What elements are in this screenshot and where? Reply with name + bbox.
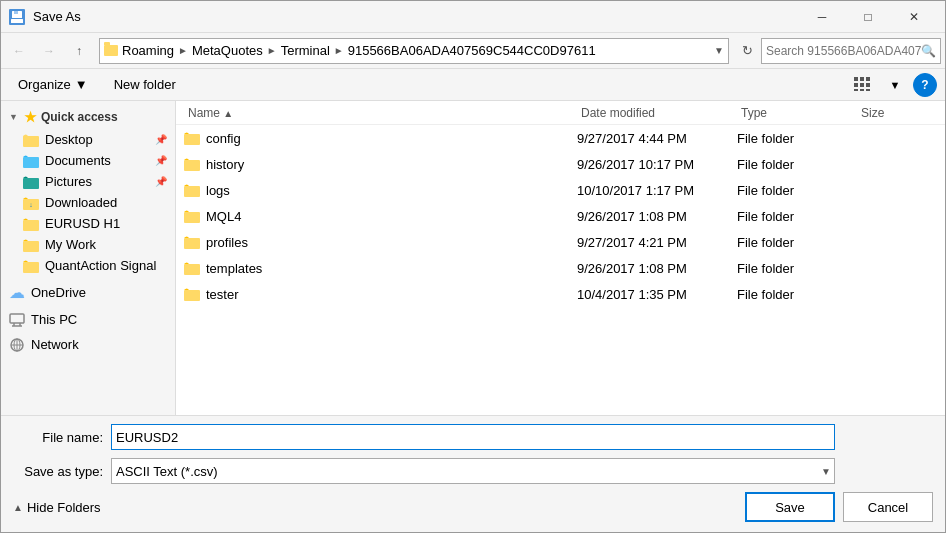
file-type: File folder: [737, 131, 857, 146]
svg-rect-21: [23, 262, 39, 273]
quick-access-header[interactable]: ▼ ★ Quick access: [1, 105, 175, 129]
pictures-label: Pictures: [45, 174, 92, 189]
file-folder-icon: [184, 131, 200, 145]
table-row[interactable]: logs 10/10/2017 1:17 PM File folder: [176, 177, 945, 203]
svg-text:↓: ↓: [29, 201, 33, 208]
mywork-folder-icon: [23, 238, 39, 252]
address-segment-metaquotes: MetaQuotes: [192, 43, 263, 58]
sidebar-item-pictures[interactable]: Pictures 📌: [1, 171, 175, 192]
navigation-toolbar: ← → ↑ Roaming ► MetaQuotes ► Terminal ► …: [1, 33, 945, 69]
file-folder-icon: [184, 261, 200, 275]
table-row[interactable]: tester 10/4/2017 1:35 PM File folder: [176, 281, 945, 307]
col-header-size[interactable]: Size: [857, 104, 937, 122]
minimize-button[interactable]: ─: [799, 1, 845, 33]
sidebar-item-eurusd[interactable]: EURUSD H1: [1, 213, 175, 234]
organize-arrow: ▼: [75, 77, 88, 92]
sidebar-item-onedrive[interactable]: ☁ OneDrive: [1, 280, 175, 305]
save-icon: [9, 9, 25, 25]
filename-input[interactable]: [111, 424, 835, 450]
sidebar-item-documents[interactable]: Documents 📌: [1, 150, 175, 171]
table-row[interactable]: history 9/26/2017 10:17 PM File folder: [176, 151, 945, 177]
bottom-bar: File name: Save as type: ASCII Text (*.c…: [1, 415, 945, 532]
svg-rect-8: [860, 83, 864, 87]
dialog-title: Save As: [33, 9, 81, 24]
sidebar-item-network[interactable]: Network: [1, 334, 175, 355]
organize-label: Organize: [18, 77, 71, 92]
file-date: 9/27/2017 4:44 PM: [577, 131, 737, 146]
sidebar-item-downloaded[interactable]: ↓ Downloaded: [1, 192, 175, 213]
address-segment-guid: 915566BA06ADA407569C544CC0D97611: [348, 43, 596, 58]
view-button[interactable]: [849, 73, 877, 97]
organize-button[interactable]: Organize ▼: [9, 74, 97, 95]
desktop-folder-icon: [23, 133, 39, 147]
column-headers: Name ▲ Date modified Type Size: [176, 101, 945, 125]
svg-rect-16: [23, 178, 39, 189]
network-section: Network: [1, 334, 175, 355]
sidebar-item-mywork[interactable]: My Work: [1, 234, 175, 255]
file-name: templates: [206, 261, 262, 276]
file-type: File folder: [737, 261, 857, 276]
address-segment-roaming: Roaming: [122, 43, 174, 58]
cancel-button[interactable]: Cancel: [843, 492, 933, 522]
col-header-date[interactable]: Date modified: [577, 104, 737, 122]
file-name: config: [206, 131, 241, 146]
svg-rect-20: [23, 241, 39, 252]
svg-rect-7: [854, 83, 858, 87]
svg-rect-35: [184, 264, 200, 275]
close-button[interactable]: ✕: [891, 1, 937, 33]
svg-rect-34: [184, 238, 200, 249]
filetype-label: Save as type:: [13, 464, 103, 479]
table-row[interactable]: MQL4 9/26/2017 1:08 PM File folder: [176, 203, 945, 229]
content-area: Name ▲ Date modified Type Size: [176, 101, 945, 415]
address-bar[interactable]: Roaming ► MetaQuotes ► Terminal ► 915566…: [99, 38, 729, 64]
mywork-label: My Work: [45, 237, 96, 252]
refresh-button[interactable]: ↻: [735, 38, 759, 64]
view-dropdown-button[interactable]: ▼: [881, 73, 909, 97]
back-button[interactable]: ←: [5, 37, 33, 65]
up-button[interactable]: ↑: [65, 37, 93, 65]
save-as-dialog: Save As ─ □ ✕ ← → ↑ Roaming ► MetaQuotes…: [0, 0, 946, 533]
file-date: 9/26/2017 10:17 PM: [577, 157, 737, 172]
quantaction-label: QuantAction Signal: [45, 258, 156, 273]
address-dropdown-arrow[interactable]: ▼: [714, 45, 724, 56]
svg-rect-2: [14, 11, 18, 14]
file-date: 9/27/2017 4:21 PM: [577, 235, 737, 250]
downloaded-label: Downloaded: [45, 195, 117, 210]
new-folder-button[interactable]: New folder: [105, 74, 185, 95]
hide-folders-button[interactable]: ▲ Hide Folders: [13, 500, 101, 515]
col-header-type[interactable]: Type: [737, 104, 857, 122]
eurusd-label: EURUSD H1: [45, 216, 120, 231]
filetype-row: Save as type: ASCII Text (*.csv) ▼: [13, 458, 933, 484]
sidebar: ▼ ★ Quick access Desktop 📌: [1, 101, 176, 415]
file-folder-icon: [184, 157, 200, 171]
file-date: 10/4/2017 1:35 PM: [577, 287, 737, 302]
svg-rect-5: [860, 77, 864, 81]
desktop-pin-icon: 📌: [155, 134, 167, 145]
sidebar-item-quantaction[interactable]: QuantAction Signal: [1, 255, 175, 276]
forward-button[interactable]: →: [35, 37, 63, 65]
svg-rect-14: [23, 136, 30, 139]
network-icon: [9, 338, 25, 352]
onedrive-label: OneDrive: [31, 285, 86, 300]
search-box: 🔍: [761, 38, 941, 64]
quick-access-chevron: ▼: [9, 112, 18, 122]
address-arrow-2: ►: [265, 45, 279, 56]
table-row[interactable]: templates 9/26/2017 1:08 PM File folder: [176, 255, 945, 281]
col-header-name[interactable]: Name ▲: [184, 104, 577, 122]
sidebar-item-thispc[interactable]: This PC: [1, 309, 175, 330]
table-row[interactable]: profiles 9/27/2017 4:21 PM File folder: [176, 229, 945, 255]
svg-rect-4: [854, 77, 858, 81]
sidebar-item-desktop[interactable]: Desktop 📌: [1, 129, 175, 150]
save-button[interactable]: Save: [745, 492, 835, 522]
table-row[interactable]: config 9/27/2017 4:44 PM File folder: [176, 125, 945, 151]
quantaction-folder-icon: [23, 259, 39, 273]
documents-folder-icon: [23, 154, 39, 168]
help-button[interactable]: ?: [913, 73, 937, 97]
search-input[interactable]: [766, 44, 921, 58]
filetype-select[interactable]: ASCII Text (*.csv): [111, 458, 835, 484]
maximize-button[interactable]: □: [845, 1, 891, 33]
file-name: logs: [206, 183, 230, 198]
svg-rect-32: [184, 186, 200, 197]
pictures-folder-icon: [23, 175, 39, 189]
file-name: tester: [206, 287, 239, 302]
